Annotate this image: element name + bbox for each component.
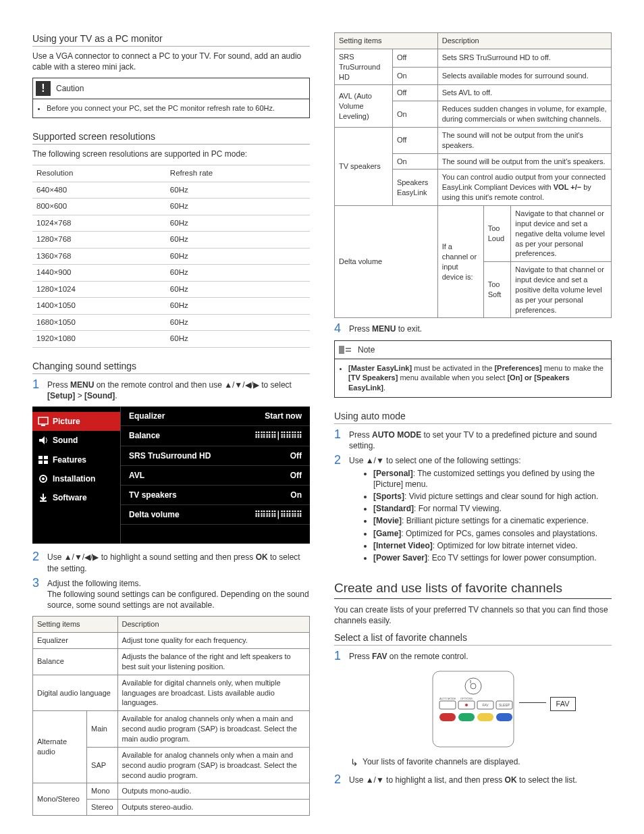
features-icon bbox=[38, 454, 49, 465]
th-setting-items: Setting items bbox=[33, 617, 118, 633]
menu-item-installation: Installation bbox=[32, 469, 120, 488]
menu-item-sound: Sound bbox=[32, 431, 120, 450]
list-item: [Movie]: Brilliant picture settings for … bbox=[373, 515, 612, 526]
sound-icon bbox=[38, 435, 49, 446]
svg-rect-11 bbox=[346, 348, 351, 349]
svg-text:AUTO MODE: AUTO MODE bbox=[439, 697, 455, 700]
sound-settings-table-2: Setting items Description SRS TruSurroun… bbox=[334, 32, 612, 318]
step-body: Press MENU on the remote control and the… bbox=[47, 378, 310, 401]
sound-settings-table: Setting items Description EqualizerAdjus… bbox=[32, 616, 310, 816]
svg-rect-6 bbox=[44, 461, 48, 464]
note-box: Note [Master EasyLink] must be activated… bbox=[334, 340, 612, 398]
svg-rect-10 bbox=[339, 346, 344, 354]
svg-point-21 bbox=[465, 704, 468, 706]
section-pc-monitor: Using your TV as a PC monitor Use a VGA … bbox=[32, 32, 310, 118]
menu-item-software: Software bbox=[32, 488, 120, 507]
heading-resolutions: Supported screen resolutions bbox=[32, 130, 310, 145]
favorites-intro: You can create lists of your preferred T… bbox=[334, 604, 612, 626]
resolutions-table: Resolution Refresh rate 640×48060Hz800×6… bbox=[32, 165, 310, 348]
svg-rect-0 bbox=[38, 417, 48, 424]
step-body: Use ▲/▼/◀/▶ to highlight a sound setting… bbox=[47, 550, 310, 573]
svg-rect-4 bbox=[44, 456, 48, 459]
svg-rect-28 bbox=[477, 713, 493, 721]
section-auto-mode: Using auto mode 1 Press AUTO MODE to set… bbox=[334, 410, 612, 567]
svg-text:SLEEP: SLEEP bbox=[498, 703, 510, 707]
step-number: 1 bbox=[334, 428, 344, 440]
fav-callout: FAV bbox=[550, 697, 576, 711]
menu-row: AVLOff bbox=[121, 466, 310, 486]
picture-icon bbox=[38, 416, 49, 427]
step-number: 3 bbox=[32, 577, 42, 589]
svg-rect-3 bbox=[38, 456, 43, 459]
result-arrow: ↳ Your lists of favorite channels are di… bbox=[350, 756, 612, 769]
list-item: [Power Saver]: Eco TV settings for lower… bbox=[373, 552, 612, 563]
step-body: Adjust the following items. The followin… bbox=[47, 577, 310, 611]
menu-row: Balance⠿⠿⠿⠿|⠿⠿⠿⠿ bbox=[121, 426, 310, 446]
arrow-icon: ↳ bbox=[350, 756, 358, 769]
svg-rect-1 bbox=[41, 425, 45, 426]
step-number: 1 bbox=[32, 378, 42, 390]
step-number: 2 bbox=[334, 773, 344, 785]
table-row: 1440×900 bbox=[32, 265, 166, 282]
svg-rect-17 bbox=[439, 701, 456, 709]
caution-item: Before you connect your PC, set the PC m… bbox=[47, 103, 304, 113]
svg-rect-9 bbox=[40, 500, 47, 502]
caution-title: Caution bbox=[56, 83, 84, 94]
svg-rect-27 bbox=[458, 713, 475, 721]
menu-row: TV speakersOn bbox=[121, 486, 310, 505]
heading-auto-mode: Using auto mode bbox=[334, 410, 612, 424]
on-screen-menu: PictureSoundFeaturesInstallationSoftware… bbox=[32, 407, 310, 544]
table-row: 1400×1050 bbox=[32, 298, 166, 315]
menu-row: EqualizerStart now bbox=[121, 407, 310, 426]
svg-rect-12 bbox=[346, 350, 351, 352]
list-item: [Standard]: For normal TV viewing. bbox=[373, 503, 612, 514]
table-row: 1920×1080 bbox=[32, 331, 166, 348]
step-number: 4 bbox=[334, 322, 344, 334]
caution-box: ! Caution Before you connect your PC, se… bbox=[32, 78, 310, 118]
step-number: 1 bbox=[334, 650, 344, 662]
svg-rect-29 bbox=[496, 713, 512, 721]
table-row: 1680×1050 bbox=[32, 314, 166, 331]
step-number: 2 bbox=[334, 454, 344, 466]
menu-item-picture: Picture bbox=[32, 412, 120, 431]
menu-row: SRS TruSurround HDOff bbox=[121, 446, 310, 466]
menu-item-features: Features bbox=[32, 450, 120, 469]
heading-favorites: Create and use lists of favorite channel… bbox=[334, 579, 612, 599]
svg-point-14 bbox=[465, 678, 481, 694]
table-row: 640×480 bbox=[32, 182, 166, 199]
software-icon bbox=[38, 492, 49, 503]
list-item: [Personal]: The customized settings you … bbox=[373, 468, 612, 490]
menu-row: Delta volume⠿⠿⠿⠿|⠿⠿⠿⠿ bbox=[121, 505, 310, 525]
table-row: 1360×768 bbox=[32, 248, 166, 265]
resolutions-intro: The following screen resolutions are sup… bbox=[32, 149, 310, 159]
list-item: [Game]: Optimized for PCs, games console… bbox=[373, 528, 612, 539]
section-favorites: Create and use lists of favorite channel… bbox=[334, 579, 612, 785]
svg-point-15 bbox=[471, 683, 476, 689]
col-refresh: Refresh rate bbox=[166, 165, 310, 182]
table-row: 1280×768 bbox=[32, 232, 166, 249]
svg-text:OPTIONS: OPTIONS bbox=[460, 697, 472, 700]
table-row: 800×600 bbox=[32, 199, 166, 215]
svg-text:FAV: FAV bbox=[482, 703, 489, 707]
table-row: 1280×1024 bbox=[32, 281, 166, 298]
heading-pc-monitor: Using your TV as a PC monitor bbox=[32, 32, 310, 47]
svg-rect-26 bbox=[439, 713, 456, 721]
svg-rect-5 bbox=[38, 461, 43, 464]
list-item: [Internet Video]: Optimized for low bitr… bbox=[373, 540, 612, 551]
installation-icon bbox=[38, 473, 49, 484]
th-description: Description bbox=[117, 617, 309, 633]
remote-diagram: AUTO MODE OPTIONS FAV SLEEP bbox=[334, 667, 612, 751]
heading-sound: Changing sound settings bbox=[32, 360, 310, 374]
heading-select-fav: Select a list of favorite channels bbox=[334, 631, 612, 646]
svg-point-8 bbox=[42, 477, 45, 480]
step-number: 2 bbox=[32, 550, 42, 563]
col-resolution: Resolution bbox=[32, 165, 166, 182]
note-icon bbox=[338, 344, 352, 356]
svg-marker-2 bbox=[39, 436, 45, 444]
list-item: [Sports]: Vivid picture settings and cle… bbox=[373, 491, 612, 502]
pc-monitor-body: Use a VGA connector to connect a PC to y… bbox=[32, 51, 310, 72]
table-row: 1024×768 bbox=[32, 215, 166, 232]
section-resolutions: Supported screen resolutions The followi… bbox=[32, 130, 310, 348]
caution-icon: ! bbox=[36, 81, 51, 96]
note-title: Note bbox=[358, 344, 375, 355]
